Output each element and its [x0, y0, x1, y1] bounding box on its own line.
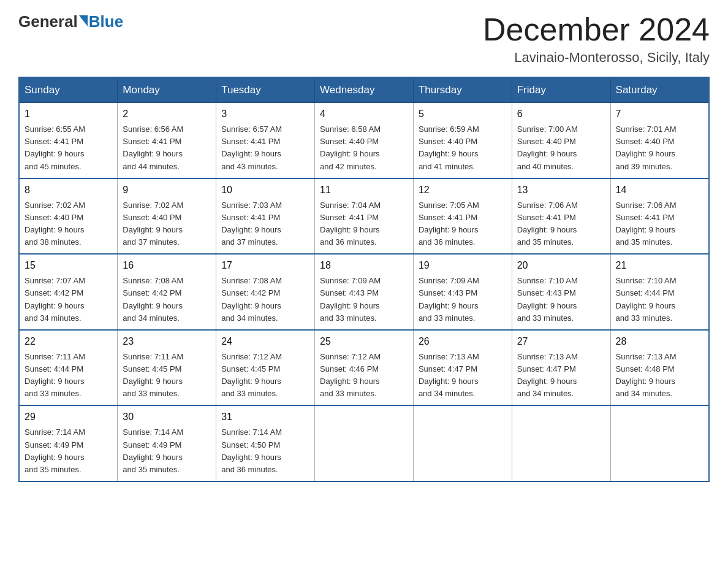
daylight-label: Daylight: 9 hoursand 39 minutes.	[616, 149, 676, 170]
logo: General Blue	[18, 12, 123, 31]
sunset-label: Sunset: 4:42 PM	[25, 288, 83, 297]
daylight-label: Daylight: 9 hoursand 44 minutes.	[123, 149, 183, 170]
table-row	[413, 405, 512, 481]
sunset-label: Sunset: 4:41 PM	[123, 137, 181, 146]
table-row: 16 Sunrise: 7:08 AM Sunset: 4:42 PM Dayl…	[118, 254, 216, 330]
day-number: 17	[221, 258, 309, 273]
daylight-label: Daylight: 9 hoursand 34 minutes.	[123, 301, 183, 323]
table-row	[512, 405, 610, 481]
day-info: Sunrise: 7:09 AM Sunset: 4:43 PM Dayligh…	[419, 275, 507, 324]
table-row: 31 Sunrise: 7:14 AM Sunset: 4:50 PM Dayl…	[216, 405, 315, 481]
sunrise-label: Sunrise: 7:06 AM	[616, 201, 677, 210]
daylight-label: Daylight: 9 hoursand 33 minutes.	[25, 377, 85, 398]
calendar-week-row: 29 Sunrise: 7:14 AM Sunset: 4:49 PM Dayl…	[19, 405, 709, 481]
day-number: 14	[616, 183, 703, 197]
sunset-label: Sunset: 4:40 PM	[320, 137, 379, 146]
sunset-label: Sunset: 4:47 PM	[419, 364, 477, 373]
daylight-label: Daylight: 9 hoursand 45 minutes.	[25, 149, 85, 170]
sunrise-label: Sunrise: 6:59 AM	[419, 124, 479, 134]
sunset-label: Sunset: 4:41 PM	[419, 213, 477, 222]
day-info: Sunrise: 7:12 AM Sunset: 4:45 PM Dayligh…	[221, 351, 309, 400]
sunrise-label: Sunrise: 7:12 AM	[221, 352, 282, 361]
day-info: Sunrise: 7:13 AM Sunset: 4:48 PM Dayligh…	[616, 351, 703, 400]
day-info: Sunrise: 7:06 AM Sunset: 4:41 PM Dayligh…	[616, 199, 703, 249]
location-subtitle: Lavinaio-Monterosso, Sicily, Italy	[483, 50, 710, 66]
day-number: 5	[419, 107, 507, 121]
sunset-label: Sunset: 4:41 PM	[616, 213, 675, 222]
day-info: Sunrise: 7:13 AM Sunset: 4:47 PM Dayligh…	[419, 351, 507, 400]
sunset-label: Sunset: 4:41 PM	[517, 213, 576, 222]
col-thursday: Thursday	[413, 77, 512, 103]
day-info: Sunrise: 7:08 AM Sunset: 4:42 PM Dayligh…	[123, 275, 211, 324]
day-info: Sunrise: 7:03 AM Sunset: 4:41 PM Dayligh…	[221, 199, 309, 249]
daylight-label: Daylight: 9 hoursand 36 minutes.	[419, 225, 479, 247]
sunset-label: Sunset: 4:43 PM	[419, 288, 477, 297]
table-row: 22 Sunrise: 7:11 AM Sunset: 4:44 PM Dayl…	[19, 330, 118, 406]
table-row: 20 Sunrise: 7:10 AM Sunset: 4:43 PM Dayl…	[512, 254, 610, 330]
day-info: Sunrise: 7:10 AM Sunset: 4:43 PM Dayligh…	[517, 275, 605, 324]
sunset-label: Sunset: 4:40 PM	[517, 137, 576, 146]
sunrise-label: Sunrise: 7:11 AM	[123, 352, 183, 361]
table-row: 27 Sunrise: 7:13 AM Sunset: 4:47 PM Dayl…	[512, 330, 610, 406]
day-number: 10	[221, 183, 309, 197]
day-number: 7	[616, 107, 703, 121]
table-row: 23 Sunrise: 7:11 AM Sunset: 4:45 PM Dayl…	[118, 330, 216, 406]
sunrise-label: Sunrise: 7:04 AM	[320, 201, 381, 210]
col-sunday: Sunday	[19, 77, 118, 103]
day-number: 23	[123, 334, 211, 349]
sunset-label: Sunset: 4:47 PM	[517, 364, 576, 373]
day-number: 24	[221, 334, 309, 349]
sunrise-label: Sunrise: 7:09 AM	[419, 276, 479, 285]
day-info: Sunrise: 7:08 AM Sunset: 4:42 PM Dayligh…	[221, 275, 309, 324]
day-info: Sunrise: 7:00 AM Sunset: 4:40 PM Dayligh…	[517, 123, 605, 173]
sunrise-label: Sunrise: 7:14 AM	[123, 427, 183, 437]
sunrise-label: Sunrise: 7:14 AM	[25, 427, 85, 437]
logo-blue-text: Blue	[89, 12, 123, 31]
table-row: 12 Sunrise: 7:05 AM Sunset: 4:41 PM Dayl…	[413, 178, 512, 255]
month-title: December 2024	[483, 12, 710, 47]
logo-arrow-icon	[79, 15, 88, 26]
day-info: Sunrise: 7:02 AM Sunset: 4:40 PM Dayligh…	[123, 199, 211, 249]
day-number: 9	[123, 183, 211, 197]
table-row: 7 Sunrise: 7:01 AM Sunset: 4:40 PM Dayli…	[610, 103, 709, 178]
day-info: Sunrise: 7:11 AM Sunset: 4:44 PM Dayligh…	[25, 351, 112, 400]
table-row: 28 Sunrise: 7:13 AM Sunset: 4:48 PM Dayl…	[610, 330, 709, 406]
col-friday: Friday	[512, 77, 610, 103]
calendar-week-row: 22 Sunrise: 7:11 AM Sunset: 4:44 PM Dayl…	[19, 330, 709, 406]
day-info: Sunrise: 7:02 AM Sunset: 4:40 PM Dayligh…	[25, 199, 112, 249]
table-row: 14 Sunrise: 7:06 AM Sunset: 4:41 PM Dayl…	[610, 178, 709, 255]
day-number: 8	[25, 183, 112, 197]
day-number: 19	[419, 258, 507, 273]
sunrise-label: Sunrise: 6:58 AM	[320, 124, 381, 134]
day-number: 28	[616, 334, 703, 349]
day-number: 21	[616, 258, 703, 273]
daylight-label: Daylight: 9 hoursand 42 minutes.	[320, 149, 380, 170]
day-info: Sunrise: 7:06 AM Sunset: 4:41 PM Dayligh…	[517, 199, 605, 249]
day-info: Sunrise: 7:14 AM Sunset: 4:49 PM Dayligh…	[25, 426, 112, 476]
table-row	[610, 405, 709, 481]
daylight-label: Daylight: 9 hoursand 33 minutes.	[221, 377, 281, 398]
calendar-header-row: Sunday Monday Tuesday Wednesday Thursday…	[19, 77, 709, 103]
daylight-label: Daylight: 9 hoursand 33 minutes.	[517, 301, 577, 323]
sunrise-label: Sunrise: 7:11 AM	[25, 352, 85, 361]
col-wednesday: Wednesday	[315, 77, 414, 103]
sunrise-label: Sunrise: 7:06 AM	[517, 201, 578, 210]
sunrise-label: Sunrise: 6:55 AM	[25, 124, 85, 134]
sunset-label: Sunset: 4:44 PM	[616, 288, 675, 297]
sunset-label: Sunset: 4:40 PM	[25, 213, 83, 222]
day-number: 1	[25, 107, 112, 121]
logo-general-text: General	[18, 12, 78, 31]
daylight-label: Daylight: 9 hoursand 34 minutes.	[517, 377, 577, 398]
daylight-label: Daylight: 9 hoursand 36 minutes.	[320, 225, 380, 247]
calendar-week-row: 8 Sunrise: 7:02 AM Sunset: 4:40 PM Dayli…	[19, 178, 709, 255]
table-row: 25 Sunrise: 7:12 AM Sunset: 4:46 PM Dayl…	[315, 330, 414, 406]
sunset-label: Sunset: 4:42 PM	[221, 288, 280, 297]
col-saturday: Saturday	[610, 77, 709, 103]
daylight-label: Daylight: 9 hoursand 35 minutes.	[123, 453, 183, 474]
col-tuesday: Tuesday	[216, 77, 315, 103]
day-number: 4	[320, 107, 408, 121]
sunset-label: Sunset: 4:40 PM	[616, 137, 675, 146]
calendar-week-row: 1 Sunrise: 6:55 AM Sunset: 4:41 PM Dayli…	[19, 103, 709, 178]
sunset-label: Sunset: 4:41 PM	[221, 137, 280, 146]
sunrise-label: Sunrise: 7:00 AM	[517, 124, 578, 134]
